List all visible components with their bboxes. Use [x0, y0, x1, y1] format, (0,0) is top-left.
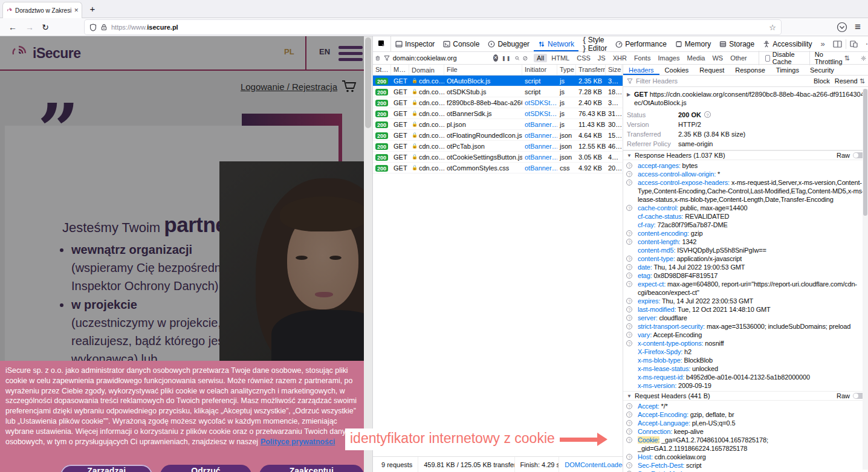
- clear-filter-icon[interactable]: ✕: [493, 54, 498, 62]
- bookmark-star-icon[interactable]: ☆: [769, 23, 776, 32]
- header-info-icon[interactable]: ?: [626, 264, 632, 270]
- site-logo[interactable]: iSecure: [8, 43, 81, 63]
- throttling-dropdown[interactable]: No Throttling⇅: [809, 51, 855, 65]
- accept-all-button[interactable]: Zaakceptuj wszystkie: [259, 465, 364, 472]
- forward-icon[interactable]: →: [23, 21, 36, 34]
- resend-button[interactable]: Resend ⇅: [835, 77, 865, 85]
- raw-toggle-response[interactable]: Raw: [837, 152, 865, 159]
- header-name[interactable]: content-length:: [638, 238, 681, 245]
- column-header-type[interactable]: Type: [557, 65, 576, 75]
- privacy-policy-link[interactable]: Polityce prywatności: [261, 438, 335, 446]
- tab-network[interactable]: Network: [534, 36, 578, 51]
- header-info-icon[interactable]: ?: [626, 454, 632, 460]
- header-name[interactable]: Host:: [638, 453, 653, 461]
- pocket-icon[interactable]: [837, 22, 847, 33]
- page-scrollbar-thumb[interactable]: [365, 37, 371, 128]
- type-filter-fonts[interactable]: Fonts: [631, 54, 654, 62]
- detail-tab-request[interactable]: Request: [694, 65, 730, 75]
- header-info-icon[interactable]: ?: [626, 179, 632, 186]
- app-menu-icon[interactable]: ≡: [851, 21, 864, 34]
- header-info-icon[interactable]: ?: [626, 273, 632, 279]
- info-icon[interactable]: ?: [704, 111, 711, 118]
- request-row[interactable]: 200GET🔒cdn.co…OtAutoBlock.jsscriptjs2.35…: [373, 76, 623, 86]
- tab-console[interactable]: Console: [439, 36, 484, 51]
- hamburger-menu-icon[interactable]: [338, 46, 363, 64]
- cart-icon[interactable]: [341, 79, 357, 94]
- expand-triangle-icon[interactable]: ▶: [627, 91, 630, 99]
- lock-icon[interactable]: [101, 24, 107, 31]
- header-info-icon[interactable]: ?: [626, 298, 632, 304]
- back-icon[interactable]: ←: [6, 21, 19, 34]
- header-info-icon[interactable]: ?: [626, 306, 632, 312]
- header-info-icon[interactable]: ?: [626, 437, 632, 443]
- column-header-initiator[interactable]: Initiator: [522, 65, 557, 75]
- header-name[interactable]: x-ms-request-id:: [638, 373, 684, 381]
- header-name[interactable]: Accept-Language:: [638, 419, 690, 427]
- header-info-icon[interactable]: ?: [626, 256, 632, 262]
- page-scrollbar[interactable]: [364, 36, 372, 472]
- header-info-icon[interactable]: ?: [626, 403, 632, 409]
- responsive-design-icon[interactable]: [850, 40, 858, 48]
- browser-tab[interactable]: Doradztwo w Zakresie Ochrony Dany ✕: [2, 2, 82, 18]
- header-info-icon[interactable]: ?: [626, 462, 632, 468]
- type-filter-all[interactable]: All: [534, 54, 547, 62]
- type-filter-xhr[interactable]: XHR: [610, 54, 630, 62]
- filter-headers-input[interactable]: Filter Headers: [636, 77, 678, 85]
- header-info-icon[interactable]: ?: [626, 332, 632, 338]
- disable-cache-checkbox[interactable]: [765, 55, 770, 62]
- lang-switch-pl[interactable]: PL: [284, 47, 294, 56]
- tab-storage[interactable]: Storage: [715, 36, 759, 51]
- header-info-icon[interactable]: ?: [626, 315, 632, 321]
- type-filter-js[interactable]: JS: [595, 54, 609, 62]
- header-name[interactable]: access-control-expose-headers:: [638, 179, 730, 186]
- header-name[interactable]: expect-ct:: [638, 280, 666, 288]
- header-name[interactable]: content-encoding:: [638, 230, 689, 237]
- tab-accessibility[interactable]: Accessibility: [759, 36, 816, 51]
- header-name[interactable]: Accept-Encoding:: [638, 411, 688, 418]
- header-name[interactable]: Cookie:: [638, 436, 659, 444]
- header-name[interactable]: last-modified:: [638, 306, 676, 313]
- detail-tab-response[interactable]: Response: [730, 65, 771, 75]
- header-name[interactable]: x-content-type-options:: [638, 340, 703, 347]
- search-icon[interactable]: [515, 55, 520, 62]
- request-row[interactable]: 200GET🔒cdn.co…otCommonStyles.cssotBanner…: [373, 163, 623, 173]
- header-name[interactable]: content-type:: [638, 255, 675, 262]
- column-header-transferred[interactable]: Transferred: [576, 65, 606, 75]
- raw-toggle-request[interactable]: Raw: [837, 392, 865, 399]
- header-name[interactable]: X-Firefox-Spdy:: [638, 348, 682, 355]
- column-header-m[interactable]: M…: [391, 65, 409, 75]
- login-register-link[interactable]: Logowanie / Rejestracja: [241, 82, 337, 92]
- header-info-icon[interactable]: ?: [626, 163, 632, 169]
- initiator-link[interactable]: otSDKSt…: [525, 110, 557, 117]
- disable-cache-control[interactable]: Disable Cache: [759, 51, 802, 65]
- header-name[interactable]: Connection:: [638, 428, 672, 435]
- network-settings-gear-icon[interactable]: [861, 54, 866, 62]
- header-name[interactable]: accept-ranges:: [638, 162, 681, 169]
- type-filter-other[interactable]: Other: [727, 54, 750, 62]
- split-console-icon[interactable]: [833, 40, 842, 48]
- detail-tab-timings[interactable]: Timings: [771, 65, 805, 75]
- request-row[interactable]: 200GET🔒cdn.co…otPcTab.jsonotBanner…json1…: [373, 141, 623, 152]
- headers-scrollbar-thumb[interactable]: [863, 89, 867, 216]
- initiator-link[interactable]: otBanner…: [525, 121, 557, 128]
- header-name[interactable]: strict-transport-security:: [638, 323, 705, 330]
- header-info-icon[interactable]: ?: [626, 205, 632, 211]
- request-url-line[interactable]: ▶ GET https://cdn.cookielaw.org/consent/…: [627, 90, 865, 107]
- header-info-icon[interactable]: ?: [626, 412, 632, 418]
- initiator-link[interactable]: otSDKSt…: [525, 99, 557, 106]
- header-info-icon[interactable]: ?: [626, 171, 632, 177]
- request-row[interactable]: 200GET🔒cdn.co…otBannerSdk.jsotSDKSt…js76…: [373, 108, 623, 119]
- reject-all-button[interactable]: Odrzuć wszystkie: [160, 465, 251, 472]
- initiator-link[interactable]: otBanner…: [525, 132, 557, 139]
- initiator-link[interactable]: otBanner…: [525, 164, 557, 172]
- pick-element-icon[interactable]: [373, 36, 391, 51]
- devtools-menu-icon[interactable]: ⋯: [861, 39, 868, 48]
- request-headers-section-bar[interactable]: ▼ Request Headers (441 B) Raw: [623, 391, 868, 401]
- collapse-triangle-icon[interactable]: ▼: [627, 393, 632, 399]
- header-name[interactable]: etag:: [638, 272, 652, 279]
- header-name[interactable]: Sec-Fetch-Dest:: [638, 462, 684, 469]
- block-button[interactable]: Block: [814, 77, 830, 85]
- header-name[interactable]: access-control-allow-origin:: [638, 170, 716, 178]
- column-header-domain[interactable]: Domain: [409, 65, 444, 75]
- url-bar[interactable]: https://www.isecure.pl ☆: [85, 20, 781, 34]
